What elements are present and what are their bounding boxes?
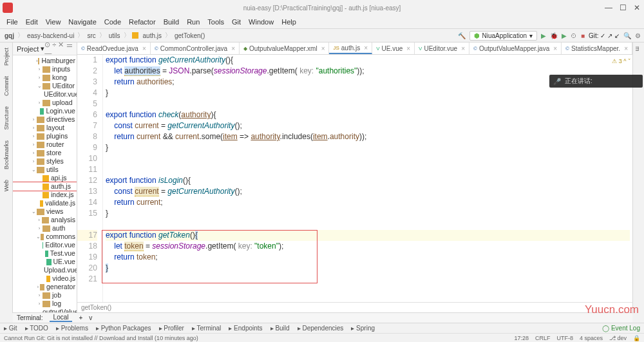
status-indent[interactable]: 4 spaces: [580, 335, 603, 341]
tree-item[interactable]: ›plugins: [13, 132, 77, 140]
run-icon[interactable]: ▶: [541, 32, 546, 39]
toolwindow-profiler[interactable]: ▸ Profiler: [159, 325, 184, 332]
editor-tab[interactable]: ©StatisticsMapper.×: [562, 43, 632, 54]
toolwindow-endpoints[interactable]: ▸ Endpoints: [229, 325, 262, 332]
tree-item[interactable]: video.js: [13, 274, 77, 283]
tree-item[interactable]: ›directives: [13, 115, 77, 124]
build-icon[interactable]: 🔨: [458, 32, 466, 39]
search-icon[interactable]: 🔍: [623, 32, 631, 39]
toolwindow-git[interactable]: ▸ Git: [4, 325, 17, 332]
tree-item[interactable]: ›styles: [13, 157, 77, 166]
terminal-add-tab[interactable]: +: [79, 314, 82, 321]
close-tab-icon[interactable]: ×: [461, 45, 465, 52]
menu-git[interactable]: Git: [228, 18, 245, 26]
menu-window[interactable]: Window: [245, 18, 278, 26]
tree-item[interactable]: ›kong: [13, 73, 77, 82]
settings-icon[interactable]: ⚙: [635, 32, 641, 39]
tree-item[interactable]: ⌄views: [13, 207, 77, 216]
tree-item[interactable]: Upload.vue: [13, 266, 77, 274]
tree-item[interactable]: ›inputs: [13, 65, 77, 73]
stop-icon[interactable]: ■: [581, 32, 585, 39]
close-tab-icon[interactable]: ×: [624, 45, 628, 52]
voice-overlay[interactable]: 🎤正在讲话:: [549, 75, 643, 88]
tree-item[interactable]: Test.vue: [13, 249, 77, 258]
toolwindow-build[interactable]: ▸ Build: [270, 325, 290, 332]
tree-item[interactable]: ›analysis: [13, 216, 77, 224]
tree-item[interactable]: api.js: [13, 174, 77, 182]
toolwindow-spring[interactable]: ▸ Spring: [351, 325, 375, 332]
sidetab-commit[interactable]: Commit: [2, 71, 11, 101]
editor-tab[interactable]: ©OutputValueMapper.java×: [469, 43, 562, 54]
menu-refactor[interactable]: Refactor: [125, 18, 160, 26]
inspection-badge[interactable]: ⚠ 3 ^ ˅: [612, 56, 631, 67]
menu-navigate[interactable]: Navigate: [64, 18, 100, 26]
close-tab-icon[interactable]: ×: [406, 45, 410, 52]
toolwindow-terminal[interactable]: ▸ Terminal: [192, 325, 221, 332]
tree-item[interactable]: ⌄commons: [13, 233, 77, 241]
status-lock-icon[interactable]: 🔒: [633, 335, 640, 341]
toolwindow-todo[interactable]: ▸ TODO: [25, 325, 48, 332]
project-header[interactable]: Project ▾ ⊙ ÷ ✕ ☰ —: [13, 43, 77, 55]
toolwindow-python-packages[interactable]: ▸ Python Packages: [96, 325, 151, 332]
tree-item[interactable]: ›job: [13, 291, 77, 299]
editor-tab[interactable]: JSauth.js×: [329, 43, 372, 54]
git-label[interactable]: Git: ✓ ↗ ↙: [589, 32, 620, 39]
debug-icon[interactable]: 🐞: [550, 32, 558, 39]
sidetab-structure[interactable]: Structure: [2, 101, 11, 135]
tree-item[interactable]: ›router: [13, 140, 77, 149]
menu-code[interactable]: Code: [100, 18, 125, 26]
menu-build[interactable]: Build: [160, 18, 183, 26]
sidetab-web[interactable]: Web: [2, 175, 11, 196]
sidetab-project[interactable]: Project: [2, 43, 11, 71]
code-editor[interactable]: ⚠ 3 ^ ˅ export function getCurrentAuthor…: [103, 55, 632, 302]
minimize-icon[interactable]: —: [604, 3, 613, 12]
status-pos[interactable]: 17:28: [514, 335, 529, 341]
tree-item[interactable]: Login.vue: [13, 107, 77, 115]
tree-item[interactable]: ›layout: [13, 124, 77, 132]
menu-edit[interactable]: Edit: [22, 18, 42, 26]
menu-view[interactable]: View: [42, 18, 65, 26]
run-config-selector[interactable]: ⬢ NiuaApplication ▾: [469, 31, 538, 41]
tree-item[interactable]: ›upload: [13, 99, 77, 107]
close-tab-icon[interactable]: ×: [231, 45, 235, 52]
maximize-icon[interactable]: ☐: [618, 3, 627, 12]
tree-item[interactable]: ›auth: [13, 224, 77, 233]
status-crlf[interactable]: CRLF: [535, 335, 551, 341]
tree-item[interactable]: Editor.vue: [13, 241, 77, 249]
tree-item[interactable]: UEditor.vue: [13, 90, 77, 99]
tree-item[interactable]: UE.vue: [13, 258, 77, 266]
tree-item[interactable]: validate.js: [13, 199, 77, 207]
profile-icon[interactable]: ⏲: [571, 32, 577, 39]
close-icon[interactable]: ✕: [632, 3, 641, 12]
tree-item[interactable]: ›generator: [13, 283, 77, 291]
editor-tab[interactable]: VUEditor.vue×: [415, 43, 469, 54]
tree-item[interactable]: auth.js: [13, 182, 77, 191]
editor-tab[interactable]: ©ReadOvedue.java×: [77, 43, 151, 54]
tree-item[interactable]: ›log: [13, 299, 77, 308]
close-tab-icon[interactable]: ×: [364, 44, 368, 52]
status-enc[interactable]: UTF-8: [556, 335, 573, 341]
editor-tab[interactable]: VUE.vue×: [372, 43, 415, 54]
coverage-icon[interactable]: ▶: [562, 32, 567, 39]
menu-file[interactable]: File: [3, 18, 22, 26]
tree-item[interactable]: index.js: [13, 191, 77, 199]
event-log[interactable]: ◯ Event Log: [602, 325, 640, 332]
sidetab-bookmarks[interactable]: Bookmarks: [2, 135, 11, 175]
right-gutter-m[interactable]: m: [633, 43, 642, 55]
toolwindow-dependencies[interactable]: ▸ Dependencies: [298, 325, 344, 332]
tree-item[interactable]: ⌄utils: [13, 166, 77, 174]
status-branch[interactable]: ⎇ dev: [609, 335, 627, 341]
close-tab-icon[interactable]: ×: [321, 45, 325, 52]
crumb-root[interactable]: gqj: [3, 32, 15, 39]
menu-help[interactable]: Help: [278, 18, 300, 26]
terminal-tab-local[interactable]: Local: [50, 314, 73, 322]
tree-item[interactable]: ›store: [13, 149, 77, 157]
toolwindow-problems[interactable]: ▸ Problems: [56, 325, 88, 332]
menu-run[interactable]: Run: [183, 18, 204, 26]
close-tab-icon[interactable]: ×: [142, 45, 146, 52]
editor-tab[interactable]: ◆OutputvalueMapper.xml×: [240, 43, 329, 54]
terminal-dropdown[interactable]: v: [89, 314, 92, 321]
tree-item[interactable]: ⌄UEditor: [13, 82, 77, 90]
editor-tab[interactable]: ©CommonController.java×: [151, 43, 240, 54]
menu-tools[interactable]: Tools: [204, 18, 228, 26]
